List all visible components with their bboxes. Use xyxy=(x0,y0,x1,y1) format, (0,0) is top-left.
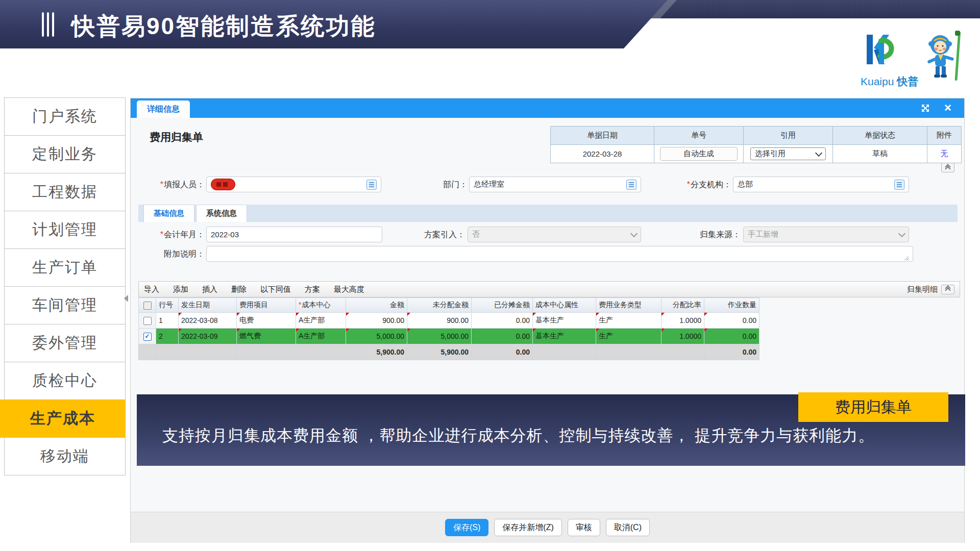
info-header-status: 单据状态 xyxy=(833,127,927,145)
toolbar-import[interactable]: 导入 xyxy=(144,285,159,294)
plan-label: 方案引入： xyxy=(404,230,465,240)
sidebar-item-quality-center[interactable]: 质检中心 xyxy=(4,362,126,400)
collapse-header-button[interactable] xyxy=(941,163,954,172)
window-footer: 保存(S) 保存并新增(Z) 审核 取消(C) xyxy=(131,512,964,543)
save-and-new-button[interactable]: 保存并新增(Z) xyxy=(494,519,561,536)
attachment-link[interactable]: 无 xyxy=(941,149,948,158)
collapse-detail-button[interactable] xyxy=(941,285,954,294)
sidebar-item-plan-management[interactable]: 计划管理 xyxy=(4,211,126,249)
redacted-name-badge xyxy=(211,179,235,190)
save-button[interactable]: 保存(S) xyxy=(445,519,488,536)
summary-unallocated: 5,900.00 xyxy=(407,344,472,360)
toolbar-same-below[interactable]: 以下同值 xyxy=(260,285,291,294)
cancel-button[interactable]: 取消(C) xyxy=(606,519,650,536)
tab-basic-info[interactable]: 基础信息 xyxy=(143,205,194,222)
toolbar-insert[interactable]: 插入 xyxy=(202,285,217,294)
table-row[interactable]: 1 2022-03-08 电费 A生产部 900.00 900.00 0.00 … xyxy=(139,313,760,329)
col-cc-attribute: 成本中心属性 xyxy=(533,298,596,313)
col-qty: 作业数量 xyxy=(704,298,760,313)
toolbar-max-height[interactable]: 最大高度 xyxy=(334,285,364,294)
row-checkbox[interactable]: ✓ xyxy=(143,333,152,341)
sidebar-item-workshop-management[interactable]: 车间管理 xyxy=(4,286,126,324)
filler-input[interactable] xyxy=(206,177,381,192)
kuaipu-logo: Kuaipu 快普 xyxy=(857,30,967,91)
branch-label: *分支机构： xyxy=(662,180,731,190)
source-select: 手工新增 xyxy=(743,227,909,242)
page-title: 快普易90智能制造系统功能 xyxy=(71,11,376,42)
banner-badge: 费用归集单 xyxy=(798,392,948,422)
dept-label: 部门： xyxy=(406,180,468,190)
col-cost-center: *成本中心 xyxy=(296,298,346,313)
period-input[interactable]: 2022-03 xyxy=(206,227,382,242)
summary-row: 5,900.00 5,900.00 0.00 0.00 xyxy=(139,344,760,360)
chevron-down-icon xyxy=(815,149,822,156)
doc-info-table: 单据日期 单号 引用 单据状态 附件 2022-03-28 自动生成 选择引用 … xyxy=(550,126,962,163)
sidebar-item-custom-business[interactable]: 定制业务 xyxy=(4,135,126,173)
resize-handle-icon[interactable] xyxy=(903,255,909,260)
feature-description: 支持按月归集成本费用金额 ，帮助企业进行成本分析、控制与持续改善， 提升竞争力与… xyxy=(162,425,874,446)
sub-tabstrip: 基础信息 系统信息 xyxy=(138,205,958,222)
expense-grid: 行号 发生日期 费用项目 *成本中心 金额 未分配金额 已分摊金额 成本中心属性… xyxy=(138,297,760,360)
col-ratio: 分配比率 xyxy=(662,298,704,313)
lookup-icon[interactable] xyxy=(626,180,636,190)
slide: 快普易90智能制造系统功能 xyxy=(0,0,980,551)
select-all-checkbox[interactable] xyxy=(143,302,152,310)
toolbar-delete[interactable]: 删除 xyxy=(231,285,247,294)
doc-no-field: 自动生成 xyxy=(660,147,738,161)
col-unallocated: 未分配金额 xyxy=(407,298,472,313)
window-titlebar: 详细信息 ✕ xyxy=(131,98,964,118)
lookup-icon[interactable] xyxy=(894,180,904,190)
source-label: 归集来源： xyxy=(677,230,741,240)
tab-system-info[interactable]: 系统信息 xyxy=(196,205,247,222)
sidebar-collapse-arrow-icon[interactable] xyxy=(124,295,128,302)
doc-status-value: 草稿 xyxy=(833,145,927,163)
note-label: 附加说明： xyxy=(131,249,205,260)
note-input[interactable] xyxy=(206,246,913,262)
sidebar-item-production-order[interactable]: 生产订单 xyxy=(4,248,126,287)
close-icon[interactable]: ✕ xyxy=(943,103,953,113)
detail-panel-label: 归集明细 xyxy=(907,285,938,294)
reference-select[interactable]: 选择引用 xyxy=(750,147,826,160)
doc-date-value: 2022-03-28 xyxy=(551,145,654,163)
col-row-no: 行号 xyxy=(156,298,179,313)
summary-amount: 5,900.00 xyxy=(346,344,407,360)
sidebar-item-portal[interactable]: 门户系统 xyxy=(4,97,126,136)
grid-header-row: 行号 发生日期 费用项目 *成本中心 金额 未分配金额 已分摊金额 成本中心属性… xyxy=(139,298,760,313)
title-bars-icon xyxy=(42,12,54,37)
info-header-reference: 引用 xyxy=(744,127,833,145)
plan-select: 否 xyxy=(468,227,641,242)
info-header-docno: 单号 xyxy=(654,127,744,145)
dept-input[interactable]: 总经理室 xyxy=(469,177,641,192)
kp-mark-icon xyxy=(859,31,899,73)
monkey-mascot-icon xyxy=(925,30,967,87)
sidebar-item-engineering-data[interactable]: 工程数据 xyxy=(4,173,126,211)
sidebar-item-outsourcing-management[interactable]: 委外管理 xyxy=(4,324,126,362)
filler-label: *填报人员： xyxy=(131,180,205,190)
col-amount: 金额 xyxy=(346,298,407,313)
period-label: *会计年月： xyxy=(131,230,205,240)
col-expense-item: 费用项目 xyxy=(237,298,296,313)
sidebar-item-production-cost[interactable]: 生产成本 xyxy=(0,399,126,438)
info-header-attachment: 附件 xyxy=(927,127,962,145)
col-date: 发生日期 xyxy=(179,298,237,313)
sidebar-item-mobile[interactable]: 移动端 xyxy=(4,437,126,475)
audit-button[interactable]: 审核 xyxy=(568,519,600,536)
logo-text: Kuaipu 快普 xyxy=(861,74,918,89)
sidebar: 门户系统 定制业务 工程数据 计划管理 生产订单 车间管理 委外管理 质检中心 … xyxy=(4,98,126,475)
col-allocated: 已分摊金额 xyxy=(472,298,533,313)
lookup-icon[interactable] xyxy=(366,180,377,190)
detail-window: 详细信息 ✕ 费用归集单 单据日期 单号 引用 单据状态 附件 2022 xyxy=(130,98,965,543)
toolbar-add[interactable]: 添加 xyxy=(173,285,188,294)
row-checkbox[interactable] xyxy=(143,317,152,325)
chevron-down-icon xyxy=(630,230,638,237)
grid-toolbar: 导入 添加 插入 删除 以下同值 方案 最大高度 归集明细 xyxy=(138,281,960,297)
chevron-down-icon xyxy=(898,230,905,237)
summary-qty: 0.00 xyxy=(704,344,760,360)
tab-detail-info[interactable]: 详细信息 xyxy=(137,101,190,118)
toolbar-plan[interactable]: 方案 xyxy=(305,285,320,294)
expand-icon[interactable] xyxy=(920,103,930,113)
branch-input[interactable]: 总部 xyxy=(733,177,909,192)
summary-allocated: 0.00 xyxy=(472,344,533,360)
info-header-date: 单据日期 xyxy=(551,127,654,145)
table-row-selected[interactable]: ✓ 2 2022-03-09 燃气费 A生产部 5,000.00 5,000.0… xyxy=(139,329,760,344)
